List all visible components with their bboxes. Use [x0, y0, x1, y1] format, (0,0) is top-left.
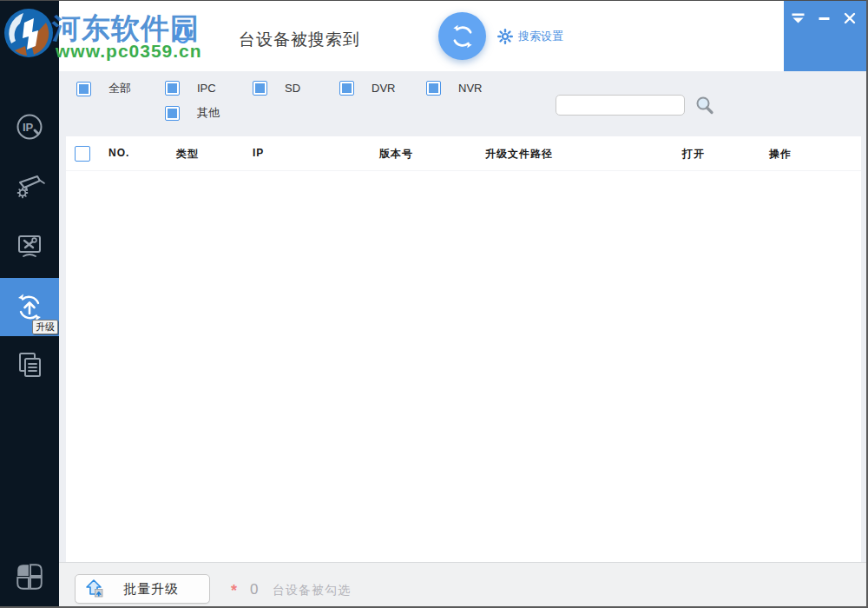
filter-checkbox-other[interactable]: 其他	[165, 105, 220, 121]
search-settings-label: 搜索设置	[518, 29, 563, 44]
table-body-empty	[66, 171, 861, 562]
checkbox-icon[interactable]	[76, 82, 91, 96]
close-button[interactable]	[843, 11, 857, 25]
device-upgrade-tool-window: IP	[0, 0, 868, 608]
column-header-type: 类型	[176, 147, 199, 162]
svg-text:IP: IP	[23, 121, 34, 134]
menu-triangle-icon	[792, 13, 805, 24]
filter-checkbox-dvr[interactable]: DVR	[339, 81, 395, 96]
footer-bar: 批量升级 * 0 台设备被勾选	[59, 562, 866, 606]
filter-checkbox-nvr[interactable]: NVR	[426, 81, 482, 96]
column-header-upgrade-file-path: 升级文件路径	[485, 147, 553, 162]
gear-icon	[497, 29, 513, 44]
sidebar-item-logs[interactable]	[0, 340, 59, 389]
filter-label: 其他	[197, 105, 220, 121]
filter-label: SD	[285, 82, 300, 95]
checkbox-icon[interactable]	[339, 81, 354, 96]
minimize-button[interactable]	[817, 11, 831, 25]
checkbox-icon[interactable]	[426, 81, 441, 96]
sidebar: IP	[0, 0, 59, 608]
filter-label: 全部	[108, 81, 131, 96]
batch-upgrade-label: 批量升级	[105, 581, 209, 598]
close-icon	[844, 12, 856, 24]
sidebar-item-ip-config[interactable]: IP	[0, 102, 59, 151]
sidebar-item-camera-config[interactable]	[0, 162, 59, 210]
monitor-tools-icon	[13, 230, 46, 263]
select-all-checkbox[interactable]	[75, 146, 90, 162]
filter-label: DVR	[372, 82, 395, 95]
filter-checkbox-ipc[interactable]: IPC	[165, 81, 216, 96]
device-table: NO. 类型 IP 版本号 升级文件路径 打开 操作	[66, 136, 861, 562]
device-count: 0	[175, 19, 190, 50]
search-input[interactable]	[556, 95, 685, 116]
documents-icon	[13, 348, 46, 381]
checkbox-icon[interactable]	[165, 81, 180, 96]
selected-count: 0	[250, 581, 258, 598]
camera-gear-icon	[13, 169, 46, 202]
column-header-version: 版本号	[379, 147, 413, 162]
sidebar-item-apps[interactable]	[0, 552, 59, 601]
required-marker: *	[231, 582, 237, 600]
upgrade-icon	[13, 291, 46, 324]
column-header-no: NO.	[108, 147, 129, 159]
column-header-open: 打开	[682, 147, 705, 162]
table-header-row: NO. 类型 IP 版本号 升级文件路径 打开 操作	[66, 136, 861, 171]
batch-upgrade-button[interactable]: 批量升级	[75, 574, 210, 604]
sidebar-item-maintenance[interactable]	[0, 222, 59, 271]
magnifier-icon	[694, 95, 716, 117]
skin-menu-button[interactable]	[791, 11, 805, 25]
filter-checkbox-all[interactable]: 全部	[76, 81, 131, 96]
column-header-ip: IP	[253, 147, 264, 159]
filter-checkbox-sd[interactable]: SD	[253, 81, 300, 96]
selected-count-label: 台设备被勾选	[273, 583, 351, 598]
ip-edit-icon: IP	[13, 110, 46, 143]
filter-label: NVR	[458, 82, 482, 95]
search-settings-button[interactable]: 搜索设置	[497, 29, 563, 44]
checkbox-icon[interactable]	[253, 81, 267, 96]
filter-label: IPC	[197, 82, 216, 95]
refresh-search-button[interactable]	[438, 12, 486, 60]
checkbox-icon[interactable]	[165, 106, 180, 121]
refresh-icon	[449, 23, 477, 50]
minimize-icon	[819, 13, 830, 24]
column-header-action: 操作	[769, 147, 792, 162]
search-button[interactable]	[694, 95, 716, 117]
device-count-label: 台设备被搜索到	[239, 29, 360, 51]
window-border-top	[0, 0, 868, 1]
header: 0 台设备被搜索到 搜索设置	[59, 0, 868, 71]
window-controls	[784, 0, 868, 71]
batch-upgrade-icon	[82, 578, 105, 600]
four-petal-icon	[14, 561, 45, 592]
upgrade-tooltip: 升级	[32, 320, 58, 334]
